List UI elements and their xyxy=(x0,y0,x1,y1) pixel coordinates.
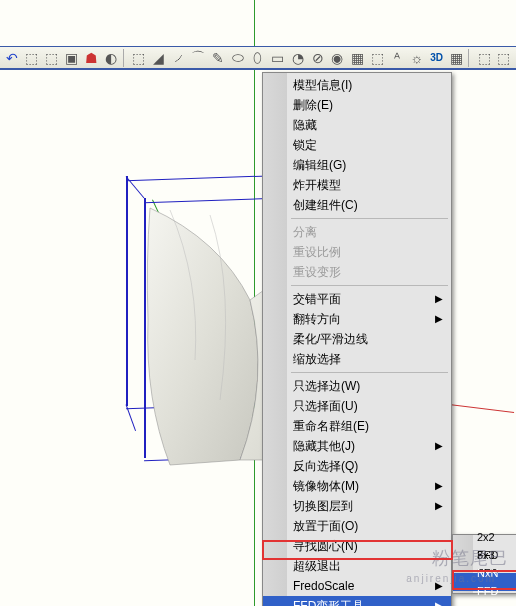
tool-icon[interactable]: ▦ xyxy=(447,48,467,68)
menu-item[interactable]: NxN FFD xyxy=(453,573,516,591)
menu-item-label: 隐藏 xyxy=(293,115,317,135)
menu-item[interactable]: 隐藏其他(J)▶ xyxy=(263,436,451,456)
menu-item[interactable]: 放置于面(O) xyxy=(263,516,451,536)
menu-item-label: 只选择边(W) xyxy=(293,376,360,396)
tool-icon[interactable]: ⬚ xyxy=(42,48,62,68)
menu-item: 分离 xyxy=(263,222,451,242)
menu-item-label: 切换图层到 xyxy=(293,496,353,516)
menu-item[interactable]: 重命名群组(E) xyxy=(263,416,451,436)
menu-item[interactable]: 编辑组(G) xyxy=(263,155,451,175)
tool-icon[interactable]: ◐ xyxy=(101,48,121,68)
arc-icon[interactable]: ⌒ xyxy=(188,48,208,68)
menu-item[interactable]: 柔化/平滑边线 xyxy=(263,329,451,349)
separator xyxy=(468,49,472,67)
menu-item[interactable]: 锁定 xyxy=(263,135,451,155)
main-toolbar: ↶ ⬚ ⬚ ▣ ☗ ◐ ⬚ ◢ ⟋ ⌒ ✎ ⬭ ⬯ ▭ ◔ ⊘ ◉ ▦ ⬚ ᴬ … xyxy=(0,46,516,70)
submenu-arrow-icon: ▶ xyxy=(435,476,443,496)
menu-separator xyxy=(291,285,448,286)
submenu-arrow-icon: ▶ xyxy=(435,576,443,596)
tool-icon[interactable]: ◢ xyxy=(149,48,169,68)
menu-item-label: FredoScale xyxy=(293,576,354,596)
context-menu: 模型信息(I)删除(E)隐藏锁定编辑组(G)炸开模型创建组件(C) 分离重设比例… xyxy=(262,72,452,606)
menu-separator xyxy=(291,372,448,373)
menu-item: 重设变形 xyxy=(263,262,451,282)
cube-edge xyxy=(126,176,128,406)
menu-item[interactable]: 缩放选择 xyxy=(263,349,451,369)
tool-icon[interactable]: ◔ xyxy=(288,48,308,68)
ffd-submenu: 2x2 FFD3x3 FFDNxN FFD xyxy=(452,534,516,594)
submenu-arrow-icon: ▶ xyxy=(435,436,443,456)
menu-item[interactable]: 寻找圆心(N) xyxy=(263,536,451,556)
tool-icon[interactable]: ⬯ xyxy=(248,48,268,68)
menu-item[interactable]: 模型信息(I) xyxy=(263,75,451,95)
tool-icon[interactable]: ▭ xyxy=(268,48,288,68)
menu-item-label: 分离 xyxy=(293,222,317,242)
menu-item-label: 炸开模型 xyxy=(293,175,341,195)
submenu-arrow-icon: ▶ xyxy=(435,596,443,606)
sun-icon[interactable]: ☼ xyxy=(407,48,427,68)
menu-item[interactable]: 隐藏 xyxy=(263,115,451,135)
menu-item[interactable]: 炸开模型 xyxy=(263,175,451,195)
menu-item-label: 编辑组(G) xyxy=(293,155,346,175)
pencil-icon[interactable]: ✎ xyxy=(208,48,228,68)
submenu-arrow-icon: ▶ xyxy=(435,496,443,516)
menu-item-label: 模型信息(I) xyxy=(293,75,352,95)
menu-item-label: 重命名群组(E) xyxy=(293,416,369,436)
menu-item[interactable]: 删除(E) xyxy=(263,95,451,115)
tool-icon[interactable]: ᴬ xyxy=(387,48,407,68)
menu-item[interactable]: 超级退出 xyxy=(263,556,451,576)
submenu-arrow-icon: ▶ xyxy=(435,289,443,309)
menu-item[interactable]: FFD变形工具...▶ xyxy=(263,596,451,606)
tool-icon[interactable]: ⊘ xyxy=(308,48,328,68)
menu-item-label: 柔化/平滑边线 xyxy=(293,329,368,349)
menu-item[interactable]: 镜像物体(M)▶ xyxy=(263,476,451,496)
menu-item-label: 放置于面(O) xyxy=(293,516,358,536)
tool-icon[interactable]: ☗ xyxy=(81,48,101,68)
menu-item-label: NxN FFD xyxy=(477,564,513,600)
menu-item[interactable]: 翻转方向▶ xyxy=(263,309,451,329)
menu-item-label: 寻找圆心(N) xyxy=(293,536,358,556)
menu-item-label: 超级退出 xyxy=(293,556,341,576)
menu-item[interactable]: 创建组件(C) xyxy=(263,195,451,215)
line-icon[interactable]: ⟋ xyxy=(169,48,189,68)
tool-icon[interactable]: ⬚ xyxy=(22,48,42,68)
undo-icon[interactable]: ↶ xyxy=(2,48,22,68)
menu-item-label: 删除(E) xyxy=(293,95,333,115)
menu-item[interactable]: 交错平面▶ xyxy=(263,289,451,309)
menu-item-label: 镜像物体(M) xyxy=(293,476,359,496)
tool-icon[interactable]: ▦ xyxy=(347,48,367,68)
menu-item-label: FFD变形工具... xyxy=(293,596,374,606)
tool-icon[interactable]: ⬭ xyxy=(228,48,248,68)
tool-icon[interactable]: ⬚ xyxy=(129,48,149,68)
menu-item: 重设比例 xyxy=(263,242,451,262)
menu-item[interactable]: FredoScale▶ xyxy=(263,576,451,596)
menu-item-label: 反向选择(Q) xyxy=(293,456,358,476)
menu-item-label: 交错平面 xyxy=(293,289,341,309)
menu-item-label: 锁定 xyxy=(293,135,317,155)
tool-icon[interactable]: ▣ xyxy=(62,48,82,68)
menu-item[interactable]: 切换图层到▶ xyxy=(263,496,451,516)
submenu-arrow-icon: ▶ xyxy=(435,309,443,329)
menu-separator xyxy=(291,218,448,219)
menu-item[interactable]: 只选择边(W) xyxy=(263,376,451,396)
menu-item-label: 重设变形 xyxy=(293,262,341,282)
menu-item-label: 只选择面(U) xyxy=(293,396,358,416)
menu-item-label: 翻转方向 xyxy=(293,309,341,329)
separator xyxy=(123,49,127,67)
3d-icon[interactable]: 3D xyxy=(427,48,447,68)
menu-item-label: 隐藏其他(J) xyxy=(293,436,355,456)
tool-icon[interactable]: ⬚ xyxy=(494,48,514,68)
tool-icon[interactable]: ◉ xyxy=(327,48,347,68)
menu-item-label: 缩放选择 xyxy=(293,349,341,369)
menu-item-label: 重设比例 xyxy=(293,242,341,262)
menu-item[interactable]: 反向选择(Q) xyxy=(263,456,451,476)
tool-icon[interactable]: ⬚ xyxy=(474,48,494,68)
menu-item[interactable]: 只选择面(U) xyxy=(263,396,451,416)
menu-item-label: 创建组件(C) xyxy=(293,195,358,215)
tool-icon[interactable]: ⬚ xyxy=(367,48,387,68)
